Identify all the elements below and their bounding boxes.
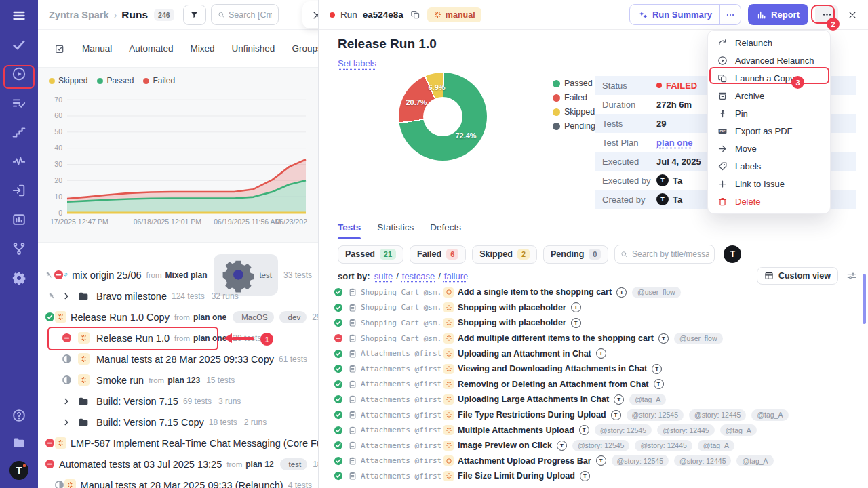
select-runs-button[interactable] [54,40,65,58]
runs-tab-groups[interactable]: Groups [292,43,319,54]
run-list-item[interactable]: Manual tests at 28 Mar 2025 09:33 (Relau… [38,474,319,488]
run-env-chip[interactable]: test [280,458,308,470]
tab-defects[interactable]: Defects [430,222,461,239]
set-labels-link[interactable]: Set labels [338,58,376,68]
menu-item-move[interactable]: Move [708,140,830,157]
run-list-item[interactable]: mix origin 25/06fromMixed plantest33 tes… [38,264,319,285]
test-tag[interactable]: @story: 12445 [674,455,731,466]
runs-tab-unfinished[interactable]: Unfinished [232,43,275,54]
run-list-item[interactable]: Smoke runfromplan 12315 tests [38,369,319,390]
runs-tab-mixed[interactable]: Mixed [191,43,215,54]
test-row[interactable]: Attachments @firstUploading an Attachmen… [331,346,863,361]
test-tag[interactable]: @story: 12445 [689,409,746,421]
test-row[interactable]: Attachments @firstUploading Large Attach… [331,392,863,407]
test-tag[interactable]: @tag_A [736,455,773,466]
tab-statistics[interactable]: Statistics [377,222,414,239]
menu-item-export-as-pdf[interactable]: PDFExport as PDF [708,122,830,140]
test-row[interactable]: Attachments @firstFile Size Limit During… [331,468,863,484]
runs-tab-automated[interactable]: Automated [129,43,173,54]
test-row[interactable]: Attachments @firstViewing and Downloadin… [331,361,863,377]
run-list-item[interactable]: LMP-587 Implement Real-Time Chat Messagi… [38,432,319,453]
filter-chip-passed[interactable]: Passed21 [338,245,403,264]
run-list-item[interactable]: Release Run 1.0 Copyfromplan oneMacOSdev… [38,306,319,327]
test-tag[interactable]: @story: 12545 [627,409,684,421]
menu-item-launch-a-copy[interactable]: Launch a Copy [708,69,830,87]
view-settings-button[interactable] [846,270,857,281]
filter-chip-pending[interactable]: Pending0 [543,245,608,264]
tests-search-input[interactable] [632,249,709,259]
run-summary-button[interactable]: Run Summary [630,5,719,24]
run-plan[interactable]: plan one [193,333,226,343]
sidebar-item-branch[interactable] [7,240,31,258]
run-plan[interactable]: plan 123 [167,375,200,385]
test-tag[interactable]: @tag_A [751,409,788,421]
menu-item-pin[interactable]: Pin [708,104,830,122]
run-list-item[interactable]: Release Run 1.0fromplan one29 tests [38,327,319,348]
filter-button[interactable] [183,5,206,25]
test-row[interactable]: Attachments @firstFile Type Restrictions… [331,407,863,423]
test-tag[interactable]: @story: 12445 [635,440,692,451]
menu-item-archive[interactable]: Archive [708,87,830,104]
menu-item-relaunch[interactable]: Relaunch [708,34,830,52]
sidebar-item-list-check[interactable] [7,94,31,112]
test-row[interactable]: Shopping Cart @sm...Add multiple differe… [331,331,863,346]
test-row[interactable]: Attachments @firstImage Preview on Click… [331,438,863,453]
run-summary-more-button[interactable] [719,5,741,24]
run-detail-close-button[interactable] [846,9,859,21]
test-row[interactable]: Shopping Cart @sm...Add a single item to… [331,285,863,300]
sidebar-item-gear[interactable] [7,269,31,287]
copy-run-id-button[interactable] [409,8,422,21]
menu-item-labels[interactable]: Labels [708,157,830,175]
sidebar-item-check[interactable] [7,36,31,54]
run-list-item[interactable]: Build: Version 7.15 Copy18 tests2 runs [38,411,319,432]
run-list-item[interactable]: Manual tests at 28 Mar 2025 09:33 Copy61… [38,348,319,369]
test-tag[interactable]: @user_flow [632,287,681,298]
test-tag[interactable]: @story: 12545 [612,455,669,466]
test-row[interactable]: Shopping Cart @sm...Shopping with placeh… [331,315,863,331]
run-env-chip[interactable]: dev [279,311,307,323]
run-env-chip[interactable]: MacOS [233,311,273,323]
sidebar-item-bar-chart[interactable] [7,211,31,228]
sort-option-failure[interactable]: failure [444,271,468,281]
tab-tests[interactable]: Tests [338,222,361,239]
run-env-chip[interactable]: test [214,254,278,296]
breadcrumb-section[interactable]: Runs [121,9,148,21]
run-plan[interactable]: Mixed plan [165,270,208,280]
custom-view-button[interactable]: Custom view [757,267,838,285]
test-tag[interactable]: @story: 12545 [595,424,652,436]
breadcrumb-project[interactable]: Zyntra Spark [49,9,109,20]
stat-value-link[interactable]: plan one [656,138,692,148]
sidebar-item-play-circle[interactable] [7,65,31,83]
menu-item-delete[interactable]: Delete [708,192,830,210]
sidebar-item-folder[interactable] [7,434,31,451]
report-button[interactable]: Report [748,4,808,25]
sidebar-item-activity[interactable] [7,152,31,170]
runs-tab-manual[interactable]: Manual [82,43,112,54]
test-tag[interactable]: @story: 12445 [657,424,714,436]
test-tag[interactable]: @tag_A [698,440,734,451]
sidebar-item-steps[interactable] [7,123,31,141]
sort-option-testcase[interactable]: testcase [402,271,435,281]
sidebar-item-help[interactable] [7,407,31,424]
run-list-item[interactable]: Automated tests at 03 Jul 2025 13:25from… [38,453,319,474]
workspace-logo[interactable]: T [9,461,28,480]
test-tag[interactable]: @user_flow [674,333,723,344]
test-row[interactable]: Attachments @firstAttachment Upload Prog… [331,453,863,469]
runs-panel-close-button[interactable] [302,1,319,28]
filter-chip-skipped[interactable]: Skipped2 [472,245,537,264]
sidebar-item-menu[interactable] [7,7,31,24]
run-plan[interactable]: plan one [193,312,226,322]
menu-item-advanced-relaunch[interactable]: Advanced Relaunch [708,52,830,69]
sort-option-suite[interactable]: suite [374,271,393,281]
test-tag[interactable]: @tag_A [720,424,757,436]
tests-scrollbar[interactable] [863,274,866,324]
test-row[interactable]: Attachments @firstRemoving or Deleting a… [331,377,863,392]
test-tag[interactable]: @tag_A [629,394,666,405]
user-avatar[interactable]: T [724,245,741,263]
run-plan[interactable]: plan 12 [245,460,273,469]
sidebar-item-import[interactable] [7,182,31,199]
menu-item-link-to-issue[interactable]: Link to Issue [708,175,830,192]
test-tag[interactable]: @story: 12545 [572,440,629,451]
filter-chip-failed[interactable]: Failed6 [410,245,466,264]
test-row[interactable]: Shopping Cart @sm...Shopping with placeh… [331,300,863,316]
